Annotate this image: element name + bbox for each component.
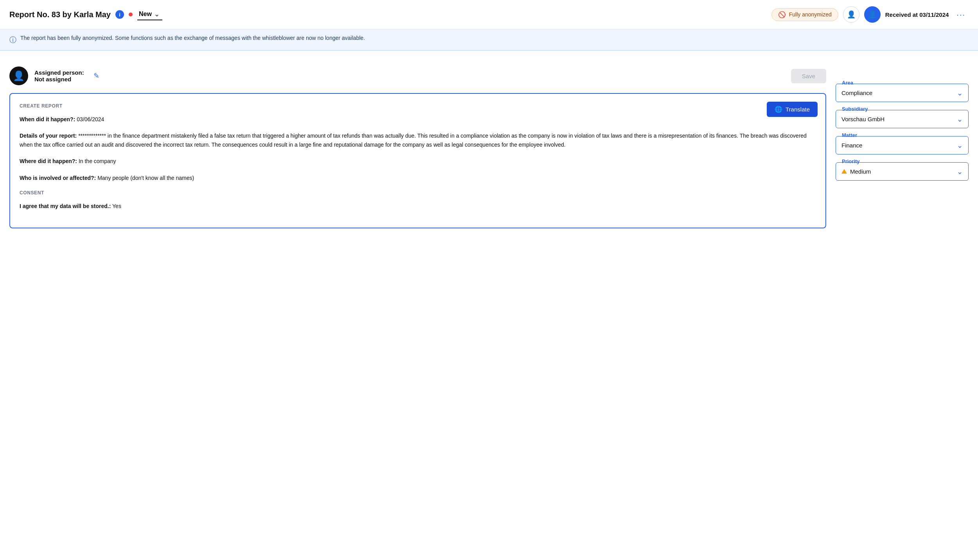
assigned-left: 👤 Assigned person: Not assigned ✎: [9, 66, 99, 85]
assigned-value: Not assigned: [34, 76, 84, 83]
avatar-button-inactive[interactable]: 👤: [843, 6, 859, 23]
priority-select[interactable]: Low Medium High: [836, 163, 968, 180]
person-icon-active: 👤: [868, 10, 877, 19]
status-dot: [129, 13, 133, 16]
received-date: Received at 03/11/2024: [885, 11, 949, 18]
page-title: Report No. 83 by Karla May: [9, 10, 111, 19]
right-column: Area Compliance HR Legal Finance ⌄ Subsi…: [836, 60, 969, 228]
where-value: In the company: [79, 158, 116, 164]
who-field: Who is involved or affected?: Many peopl…: [20, 174, 816, 182]
priority-select-wrapper: Low Medium High ⌄: [836, 162, 969, 181]
subsidiary-select-wrapper: Vorschau GmbH Other ⌄: [836, 110, 969, 128]
save-button[interactable]: Save: [791, 69, 826, 83]
consent-label: I agree that my data will be stored.:: [20, 203, 111, 209]
who-label: Who is involved or affected?:: [20, 175, 96, 181]
anonymized-icon: 🚫: [778, 11, 786, 18]
section-label-create-report: CREATE REPORT: [20, 103, 816, 109]
left-column: 👤 Assigned person: Not assigned ✎ Save 🌐…: [9, 60, 826, 228]
priority-group: Priority Low Medium High ⌄: [836, 162, 969, 181]
person-icon: 👤: [847, 10, 856, 19]
info-banner-icon: ⓘ: [9, 35, 16, 45]
details-label: Details of your report:: [20, 133, 77, 139]
person-avatar: 👤: [9, 66, 28, 85]
section-label-consent: CONSENT: [20, 190, 816, 196]
consent-section: CONSENT I agree that my data will be sto…: [20, 190, 816, 210]
more-options-button[interactable]: ···: [953, 9, 969, 21]
assigned-label: Assigned person:: [34, 69, 84, 76]
avatar-button-active[interactable]: 👤: [864, 6, 881, 23]
main-content: 👤 Assigned person: Not assigned ✎ Save 🌐…: [0, 51, 978, 238]
translate-button[interactable]: 🌐 Translate: [767, 102, 818, 117]
subsidiary-group: Subsidiary Vorschau GmbH Other ⌄: [836, 110, 969, 128]
translate-label: Translate: [786, 106, 810, 113]
where-field: Where did it happen?: In the company: [20, 157, 816, 165]
matter-select-wrapper: Finance HR Legal ⌄: [836, 136, 969, 154]
consent-value: Yes: [112, 203, 121, 209]
matter-select[interactable]: Finance HR Legal: [836, 136, 968, 154]
when-field: When did it happen?: 03/06/2024: [20, 115, 816, 124]
assigned-section: 👤 Assigned person: Not assigned ✎ Save: [9, 60, 826, 93]
page-header: Report No. 83 by Karla May i New ⌄ 🚫 Ful…: [0, 0, 978, 29]
who-value: Many people (don't know all the names): [97, 175, 194, 181]
info-icon[interactable]: i: [115, 10, 124, 19]
details-value: ************* in the finance department …: [20, 133, 807, 147]
edit-icon[interactable]: ✎: [93, 72, 99, 80]
assigned-info: Assigned person: Not assigned: [34, 69, 84, 83]
avatar-icon: 👤: [13, 70, 25, 81]
consent-field: I agree that my data will be stored.: Ye…: [20, 202, 816, 210]
subsidiary-select[interactable]: Vorschau GmbH Other: [836, 110, 968, 128]
anonymized-label: Fully anonymized: [789, 11, 832, 18]
when-label: When did it happen?:: [20, 116, 75, 122]
report-card: 🌐 Translate CREATE REPORT When did it ha…: [9, 93, 826, 228]
info-banner-text: The report has been fully anonymized. So…: [20, 35, 365, 41]
status-label: New: [139, 11, 152, 18]
details-field: Details of your report: ************* in…: [20, 131, 816, 149]
area-select-wrapper: Compliance HR Legal Finance ⌄: [836, 84, 969, 102]
area-group: Area Compliance HR Legal Finance ⌄: [836, 84, 969, 102]
where-label: Where did it happen?:: [20, 158, 77, 164]
area-select[interactable]: Compliance HR Legal Finance: [836, 84, 968, 102]
anonymized-badge: 🚫 Fully anonymized: [771, 8, 838, 21]
chevron-down-icon: ⌄: [154, 11, 159, 18]
globe-icon: 🌐: [775, 106, 782, 113]
info-banner: ⓘ The report has been fully anonymized. …: [0, 29, 978, 50]
when-value: 03/06/2024: [77, 116, 104, 122]
matter-group: Matter Finance HR Legal ⌄: [836, 136, 969, 154]
status-dropdown[interactable]: New ⌄: [137, 9, 162, 20]
